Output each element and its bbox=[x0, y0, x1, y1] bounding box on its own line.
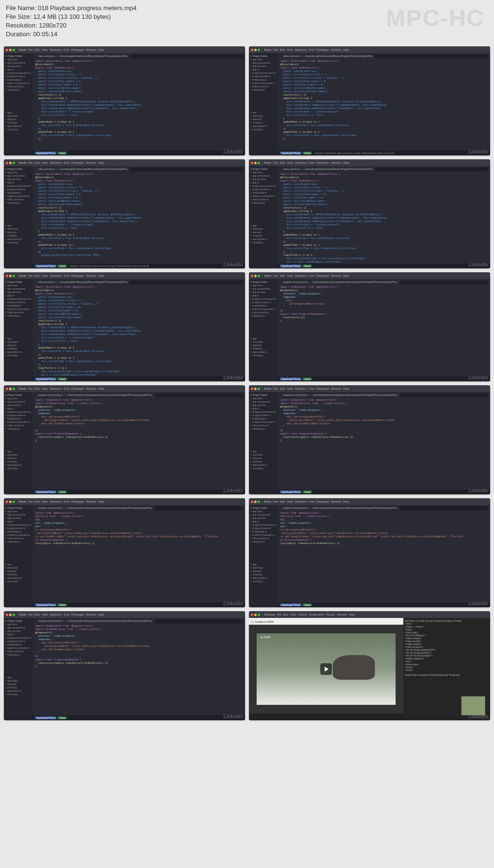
code-line[interactable]: import {Component} from '@angular/core'; bbox=[280, 398, 488, 402]
editor-tab[interactable]: progress.component.ts — ~/Users/joseph/v… bbox=[35, 506, 155, 510]
window-controls[interactable] bbox=[251, 614, 260, 616]
code-line[interactable]: this.currentTitle = "Cow"; bbox=[35, 339, 243, 343]
status-chip[interactable]: TypeScript/TSLint bbox=[35, 603, 56, 606]
code-line[interactable]: } bbox=[280, 319, 488, 322]
menu-item[interactable]: Help bbox=[343, 161, 349, 164]
menu-item[interactable]: Edit bbox=[35, 500, 40, 503]
menu-item[interactable]: File bbox=[28, 161, 33, 164]
file-item[interactable]: > progresscomponent.ts bbox=[5, 410, 31, 414]
editor-tab[interactable]: video.service.ts — ~/Users/joseph/videos… bbox=[280, 168, 375, 171]
minimize-icon[interactable] bbox=[9, 49, 12, 51]
file-item[interactable]: > appmodule.ts bbox=[250, 238, 276, 241]
file-item[interactable]: > distmain bbox=[5, 457, 31, 460]
menu-item[interactable]: Find bbox=[64, 48, 69, 51]
file-item[interactable]: > videoplay.ts bbox=[250, 540, 276, 544]
maximize-icon[interactable] bbox=[258, 275, 260, 277]
code-line[interactable]: import {Component} from '@angular/core'; bbox=[35, 624, 243, 628]
file-item[interactable]: > progresscomponent.ts bbox=[250, 410, 276, 414]
close-icon[interactable] bbox=[251, 162, 253, 164]
code-line[interactable]: @Injectable() bbox=[280, 176, 488, 179]
maximize-icon[interactable] bbox=[13, 162, 15, 164]
file-item[interactable]: > app.store bbox=[5, 284, 31, 287]
code-line[interactable]: oService} from '../video.service'; bbox=[280, 515, 488, 518]
file-item[interactable]: > video.service.ts bbox=[250, 198, 276, 201]
code-line[interactable]: public currentPath:string = ""; bbox=[35, 73, 243, 76]
menu-item[interactable]: View bbox=[287, 48, 293, 51]
code-line[interactable]: } bbox=[35, 665, 243, 668]
code-line[interactable]: ` bbox=[280, 306, 488, 309]
code-editor[interactable]: progress.component.ts — ~/Users/joseph/v… bbox=[33, 392, 245, 494]
code-editor[interactable]: progress.component.ts — ~/Users/joseph/v… bbox=[33, 618, 245, 720]
file-item[interactable]: > videoplay.ts bbox=[5, 314, 31, 318]
code-line[interactable]: this.videoElement = <HTMLVideoElement> d… bbox=[280, 100, 488, 103]
code-line[interactable]: this.currentPath = "./video/cow.mp4"; bbox=[35, 110, 243, 113]
code-line[interactable]: constructor() {} bbox=[280, 93, 488, 97]
file-tree[interactable]: ▾ Project Folder> app.store> app.compone… bbox=[4, 505, 33, 607]
code-editor[interactable]: progress.component.ts — ~/Users/joseph/v… bbox=[33, 505, 245, 607]
code-line[interactable]: constructor() {} bbox=[35, 93, 243, 97]
code-line[interactable]: <div id="thumbScrubber"></div> bbox=[280, 422, 488, 425]
status-chip[interactable]: TypeScript/TSLint bbox=[280, 378, 302, 380]
menu-item[interactable]: File bbox=[277, 613, 282, 616]
file-item[interactable]: > Ordering bbox=[5, 573, 31, 576]
code-line[interactable]: this.videoElement.addEventListener("time… bbox=[35, 333, 243, 336]
file-item[interactable]: > app bbox=[5, 563, 31, 566]
code-line[interactable]: public calculatedScrubY:number; bbox=[35, 90, 243, 93]
file-item[interactable]: > progresscomponent.ts bbox=[250, 184, 276, 188]
file-item[interactable]: > app.ts bbox=[5, 633, 31, 636]
file-item[interactable]: > appmodule.ts bbox=[5, 463, 31, 467]
code-line[interactable]: this.videoElement.addEventListener("time… bbox=[280, 107, 488, 110]
code-line[interactable]: iv id="thumbScrubber" [style.top.px]="vi… bbox=[35, 535, 243, 538]
file-tree[interactable]: ▾ Project Folder> app.store> app.compone… bbox=[249, 279, 278, 381]
status-chip[interactable]: Clean bbox=[302, 152, 312, 154]
menu-item[interactable]: Help bbox=[343, 500, 349, 503]
code-line[interactable]: public currentTitle:string = "loading...… bbox=[35, 76, 243, 80]
code-line[interactable]: updateTime = (e:any) => { bbox=[35, 243, 243, 247]
code-line[interactable]: constructor() {} bbox=[280, 206, 488, 210]
menu-item[interactable]: Edit bbox=[35, 274, 40, 277]
menu-item[interactable]: Window bbox=[86, 274, 96, 277]
file-item[interactable]: > dist/share bbox=[250, 340, 276, 344]
maximize-icon[interactable] bbox=[258, 388, 260, 390]
code-line[interactable]: public currentTime:number = 0; bbox=[35, 193, 243, 196]
file-item[interactable]: > appmodule.ts bbox=[5, 576, 31, 580]
file-item[interactable]: > app.ts bbox=[5, 294, 31, 297]
window-controls[interactable] bbox=[6, 275, 15, 277]
minimize-icon[interactable] bbox=[9, 614, 12, 616]
file-item[interactable]: > video.service.ts bbox=[5, 537, 31, 540]
file-item[interactable]: > tsconfig.js bbox=[250, 241, 276, 244]
file-item[interactable]: > distmain bbox=[250, 231, 276, 234]
code-line[interactable]: public currentTime:number = 0; bbox=[35, 306, 243, 309]
file-item[interactable]: > video.service.ts bbox=[250, 537, 276, 540]
file-item[interactable]: > timedisplay.ts bbox=[5, 643, 31, 646]
code-line[interactable]: this.totalTime = this.videoElement.durat… bbox=[35, 124, 243, 127]
code-line[interactable]: import {Component} from '@angular/core'; bbox=[35, 398, 243, 402]
code-line[interactable]: @Component({ bbox=[35, 631, 243, 634]
menu-item[interactable]: Packages bbox=[316, 500, 329, 503]
file-item[interactable]: > videoplay.ts bbox=[250, 88, 276, 92]
menu-item[interactable]: Help bbox=[349, 613, 355, 616]
status-chip[interactable]: TypeScript/TSLint bbox=[35, 490, 56, 493]
code-line[interactable]: <div bbox=[280, 299, 488, 302]
file-item[interactable]: > progresscomponent.ts bbox=[5, 184, 31, 188]
code-line[interactable]: this.currentTime = this.videoElement.cur… bbox=[35, 247, 243, 250]
minimize-icon[interactable] bbox=[254, 162, 257, 164]
menu-item[interactable]: Window bbox=[331, 48, 341, 51]
file-item[interactable]: > distmain bbox=[5, 344, 31, 347]
file-item[interactable]: > Ordering bbox=[250, 234, 276, 238]
code-line[interactable]: this.calculatedScrubY = this.videoElemen… bbox=[35, 370, 243, 373]
close-icon[interactable] bbox=[251, 49, 253, 51]
file-item[interactable]: > app bbox=[250, 337, 276, 340]
file-item[interactable]: > app.services bbox=[250, 178, 276, 181]
file-item[interactable]: > app.components bbox=[250, 61, 276, 65]
code-line[interactable]: export class ProgressComponent { bbox=[35, 658, 243, 661]
maximize-icon[interactable] bbox=[258, 614, 260, 616]
code-line[interactable]: timerFired = () => { bbox=[35, 366, 243, 370]
file-item[interactable]: > toolbar.component.ts bbox=[250, 82, 276, 85]
file-item[interactable]: > timedisplay.ts bbox=[250, 78, 276, 82]
styles-panel[interactable]: Styles Event Listeners DOM Breakpoints P… bbox=[405, 673, 489, 676]
menu-item[interactable]: Window bbox=[337, 613, 347, 616]
code-line[interactable]: public currentTitle:string = "loading...… bbox=[280, 76, 488, 80]
menu-item[interactable]: Selection bbox=[50, 613, 62, 616]
code-line[interactable]: export class ProgressComponent { bbox=[280, 312, 488, 316]
